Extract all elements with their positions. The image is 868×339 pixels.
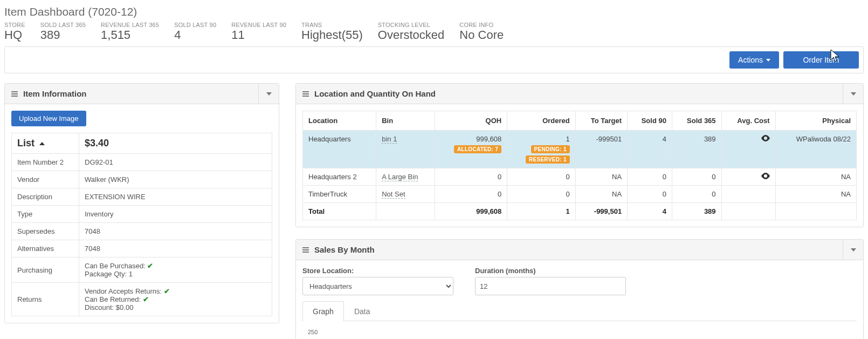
package-qty-value: 1 <box>129 270 133 278</box>
cell-location: Headquarters <box>303 131 376 168</box>
eye-icon[interactable] <box>761 135 770 143</box>
total-qoh: 999,608 <box>435 203 507 220</box>
col-avg-cost[interactable]: Avg. Cost <box>721 111 775 131</box>
cell-qoh: 999,608ALLOCATED: 7 <box>435 131 507 168</box>
stat-label: TRANS <box>301 22 363 28</box>
info-key: Item Number 2 <box>12 154 79 171</box>
col-ordered[interactable]: Ordered <box>507 111 576 131</box>
panel-header: Sales By Month <box>296 240 863 260</box>
tab-data[interactable]: Data <box>344 301 381 321</box>
stat-label: REVENUE LAST 365 <box>101 22 159 28</box>
cell-to-target: NA <box>575 186 627 203</box>
col-location[interactable]: Location <box>303 111 376 131</box>
returns-cell: Vendor Accepts Returns: ✔ Can Be Returne… <box>79 283 272 316</box>
table-row[interactable]: TimberTruckNot Set00NA00NA <box>303 186 857 203</box>
y-axis-tick: 250 <box>308 329 318 335</box>
chevron-down-icon <box>851 248 856 252</box>
eye-icon[interactable] <box>761 173 770 181</box>
stat-label: SOLD LAST 90 <box>174 22 216 28</box>
stat-value: Overstocked <box>378 28 445 42</box>
can-be-returned-label: Can Be Returned: <box>85 295 141 303</box>
panel-title: Sales By Month <box>314 245 375 254</box>
purchasing-cell: Can Be Purchased: ✔ Package Qty: 1 <box>79 257 272 283</box>
bin-link[interactable]: bin 1 <box>382 135 397 144</box>
stat-stocking-level: STOCKING LEVEL Overstocked <box>378 22 445 42</box>
drag-handle-icon[interactable] <box>302 91 309 97</box>
stat-core-info: CORE INFO No Core <box>459 22 504 42</box>
order-item-button-label: Order Item <box>803 56 839 64</box>
sort-asc-icon <box>39 142 45 145</box>
collapse-toggle[interactable] <box>258 84 279 104</box>
info-val: 7048 <box>79 223 272 240</box>
order-item-button[interactable]: Order Item <box>783 51 859 69</box>
item-info-table: List $3.40 Item Number 2DG92-01 VendorWa… <box>11 133 272 316</box>
chevron-down-icon <box>851 92 856 96</box>
sales-by-month-panel: Sales By Month Store Location: Headquart… <box>295 239 864 339</box>
toolbar: Actions Order Item <box>4 46 864 73</box>
cell-qoh: 0 <box>435 168 507 186</box>
chevron-down-icon <box>266 92 272 96</box>
col-sold365[interactable]: Sold 365 <box>672 111 721 131</box>
col-qoh[interactable]: QOH <box>435 111 507 131</box>
store-location-label: Store Location: <box>302 267 453 275</box>
bin-link[interactable]: A Large Bin <box>382 173 418 181</box>
tab-graph[interactable]: Graph <box>302 301 344 321</box>
cell-bin: Not Set <box>376 186 435 203</box>
discount-label: Discount: <box>85 303 114 311</box>
col-sold90[interactable]: Sold 90 <box>628 111 672 131</box>
location-qoh-table: Location Bin QOH Ordered To Target Sold … <box>302 111 857 220</box>
total-ordered: 1 <box>507 203 576 220</box>
stat-value: No Core <box>459 28 504 42</box>
stat-label: STOCKING LEVEL <box>378 22 445 28</box>
stat-label: SOLD LAST 365 <box>40 22 86 28</box>
panel-header: Item Information <box>5 84 279 104</box>
stat-sold-365: SOLD LAST 365 389 <box>40 22 86 42</box>
store-location-select[interactable]: Headquarters <box>302 277 453 295</box>
col-physical[interactable]: Physical <box>775 111 856 131</box>
stat-value: 389 <box>40 28 86 42</box>
bin-link[interactable]: Not Set <box>382 190 405 199</box>
stat-sold-90: SOLD LAST 90 4 <box>174 22 216 42</box>
drag-handle-icon[interactable] <box>302 247 309 253</box>
stat-value: 4 <box>174 28 216 42</box>
allocated-badge: ALLOCATED: 7 <box>454 145 501 153</box>
cell-avg-cost <box>721 131 775 168</box>
reserved-badge: RESERVED: 1 <box>526 155 570 164</box>
panel-title: Location and Quantity On Hand <box>314 89 436 98</box>
col-bin[interactable]: Bin <box>376 111 435 131</box>
actions-button-label: Actions <box>738 56 763 64</box>
upload-new-image-button[interactable]: Upload New Image <box>11 111 86 126</box>
info-key: Purchasing <box>12 257 79 283</box>
col-to-target[interactable]: To Target <box>575 111 627 131</box>
table-row[interactable]: Headquartersbin 1999,608ALLOCATED: 71PEN… <box>303 131 857 168</box>
cell-to-target: -999501 <box>575 131 627 168</box>
cell-sold365: 0 <box>672 186 721 203</box>
price-list-header[interactable]: List <box>12 133 79 154</box>
info-key: Returns <box>12 283 79 316</box>
cell-bin: bin 1 <box>376 131 435 168</box>
item-information-panel: Item Information Upload New Image List $… <box>4 83 279 323</box>
location-qoh-panel: Location and Quantity On Hand Location B… <box>295 83 864 227</box>
check-icon: ✔ <box>147 262 153 270</box>
stat-revenue-365: REVENUE LAST 365 1,515 <box>101 22 159 42</box>
drag-handle-icon[interactable] <box>11 91 18 97</box>
cell-bin: A Large Bin <box>376 168 435 186</box>
cell-avg-cost <box>721 168 775 186</box>
cell-sold90: 0 <box>628 168 672 186</box>
total-to-target: -999,501 <box>575 203 627 220</box>
info-val: Walker (WKR) <box>79 171 272 188</box>
table-row[interactable]: Headquarters 2A Large Bin00NA00NA <box>303 168 857 186</box>
collapse-toggle[interactable] <box>843 84 863 104</box>
collapse-toggle[interactable] <box>843 240 863 260</box>
cell-physical: NA <box>775 186 856 203</box>
stat-value: 11 <box>231 28 286 42</box>
package-qty-label: Package Qty: <box>85 270 127 278</box>
cell-physical: NA <box>775 168 856 186</box>
duration-label: Duration (months) <box>475 267 626 275</box>
cell-sold365: 389 <box>672 131 721 168</box>
duration-input[interactable] <box>475 277 626 295</box>
check-icon: ✔ <box>143 295 149 303</box>
cell-ordered: 0 <box>507 168 576 186</box>
info-key: Vendor <box>12 171 79 188</box>
actions-button[interactable]: Actions <box>729 51 779 69</box>
